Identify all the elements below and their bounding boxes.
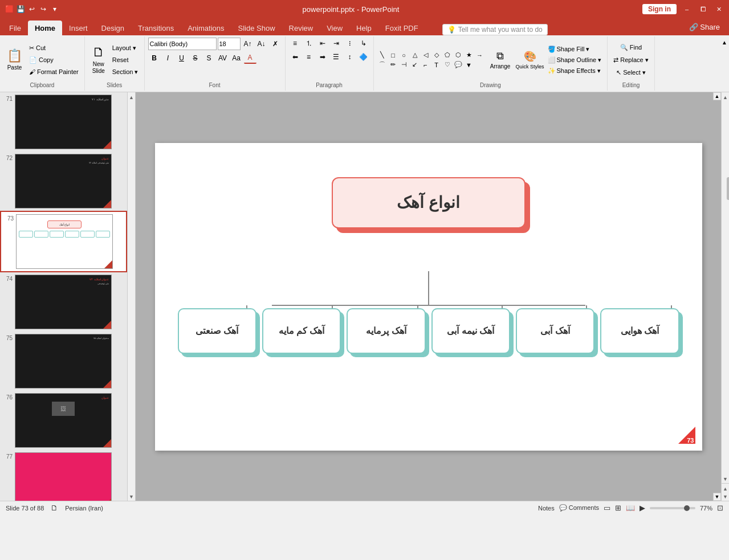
replace-button[interactable]: ⇄ Replace ▾ bbox=[611, 54, 650, 66]
char-spacing-button[interactable]: AV bbox=[217, 52, 229, 64]
sub-box-5[interactable]: آهک کم مایه bbox=[262, 308, 341, 354]
tab-design[interactable]: Design bbox=[95, 21, 131, 35]
tab-slideshow[interactable]: Slide Show bbox=[231, 21, 282, 35]
shape-hex[interactable]: ⬡ bbox=[453, 51, 463, 60]
select-button[interactable]: ↖ Select ▾ bbox=[614, 67, 648, 78]
tab-home[interactable]: Home bbox=[28, 21, 62, 35]
scroll-next-slide[interactable]: ▼ bbox=[722, 493, 730, 501]
shape-connector[interactable]: ⊣ bbox=[399, 60, 409, 70]
shape-heart[interactable]: ♡ bbox=[442, 60, 453, 70]
shape-callout[interactable]: 💬 bbox=[453, 60, 463, 70]
tab-transitions[interactable]: Transitions bbox=[131, 21, 181, 35]
align-left-button[interactable]: ⬅ bbox=[289, 51, 302, 63]
tab-animations[interactable]: Animations bbox=[181, 21, 231, 35]
shape-line[interactable]: ╲ bbox=[377, 51, 388, 60]
reading-view-icon[interactable]: 📖 bbox=[626, 504, 635, 512]
slide-item-71[interactable]: 71 متن اسلاید ۷۱ bbox=[0, 92, 127, 152]
italic-button[interactable]: I bbox=[162, 52, 174, 64]
strikethrough-button[interactable]: S bbox=[189, 52, 202, 64]
new-slide-button[interactable]: 🗋 NewSlide bbox=[88, 44, 109, 76]
shape-circle[interactable]: ○ bbox=[399, 51, 409, 60]
columns-button[interactable]: ⫶ bbox=[344, 38, 356, 49]
shadow-button[interactable]: S bbox=[203, 52, 215, 64]
zoom-slider[interactable] bbox=[650, 507, 695, 509]
customize-quick-access-icon[interactable]: ▾ bbox=[50, 5, 59, 14]
notes-button[interactable]: Notes bbox=[538, 505, 555, 512]
align-right-button[interactable]: ➡ bbox=[316, 51, 329, 63]
save-icon[interactable]: 💾 bbox=[16, 5, 25, 14]
font-size-input[interactable] bbox=[218, 38, 241, 50]
zoom-thumb[interactable] bbox=[684, 505, 690, 511]
minimize-button[interactable]: – bbox=[681, 3, 693, 15]
find-button[interactable]: 🔍 Find bbox=[618, 42, 644, 53]
shape-triangle[interactable]: △ bbox=[410, 51, 420, 60]
clear-format-btn[interactable]: ✗ bbox=[269, 38, 282, 50]
bullets-button[interactable]: ≡ bbox=[289, 38, 302, 49]
bold-button[interactable]: B bbox=[148, 52, 161, 64]
sub-box-1[interactable]: آهک هوایی bbox=[600, 308, 679, 354]
line-spacing-button[interactable]: ↕ bbox=[344, 51, 356, 63]
section-button[interactable]: Section ▾ bbox=[110, 66, 141, 77]
undo-icon[interactable]: ↩ bbox=[27, 5, 36, 14]
slide-item-73[interactable]: 73 انواع آهک bbox=[0, 211, 127, 272]
convert-to-smartart-button[interactable]: 🔷 bbox=[357, 51, 370, 63]
justify-button[interactable]: ☰ bbox=[330, 51, 343, 63]
quick-styles-button[interactable]: 🎨 Quick Styles bbox=[516, 44, 544, 76]
tab-foxit[interactable]: Foxit PDF bbox=[378, 21, 425, 35]
align-center-button[interactable]: ≡ bbox=[303, 51, 315, 63]
underline-button[interactable]: U bbox=[176, 52, 188, 64]
slide-item-76[interactable]: 76 عنوان 🖼 bbox=[0, 391, 127, 450]
slide-layout-icon[interactable]: 🗋 bbox=[51, 504, 58, 512]
shape-elbow[interactable]: ⌐ bbox=[421, 60, 431, 70]
shape-curve[interactable]: ⌒ bbox=[377, 60, 388, 70]
comments-button[interactable]: 💬 Comments bbox=[559, 504, 599, 512]
decrease-indent-button[interactable]: ⇤ bbox=[316, 38, 329, 49]
fit-to-window-icon[interactable]: ⊡ bbox=[717, 504, 723, 512]
slide-canvas[interactable]: انواع آهک bbox=[155, 143, 702, 451]
shape-effects-button[interactable]: ✨ Shape Effects ▾ bbox=[545, 66, 604, 76]
scroll-up-button[interactable]: ▲ bbox=[722, 93, 730, 101]
normal-view-icon[interactable]: ▭ bbox=[604, 504, 610, 512]
canvas-scroll-down[interactable]: ▼ bbox=[713, 493, 721, 501]
change-case-button[interactable]: Aa bbox=[230, 52, 243, 64]
sign-in-button[interactable]: Sign in bbox=[642, 4, 677, 14]
shape-textbox[interactable]: T bbox=[431, 60, 442, 70]
shape-fill-button[interactable]: 🪣 Shape Fill ▾ bbox=[545, 44, 604, 54]
slide-item-75[interactable]: 75 محتوای اسلاید ۷۵ bbox=[0, 332, 127, 391]
paste-button[interactable]: 📋 Paste bbox=[3, 44, 26, 76]
slide-item-74[interactable]: 74 عنوان اسلاید ۷۴ متن توضیحی bbox=[0, 272, 127, 332]
shape-rtriangle[interactable]: ◁ bbox=[421, 51, 431, 60]
shape-freeform[interactable]: ✏ bbox=[388, 60, 398, 70]
scroll-down-button[interactable]: ▼ bbox=[722, 475, 730, 483]
shape-more[interactable]: ▼ bbox=[464, 60, 474, 70]
canvas-scroll-up[interactable]: ▲ bbox=[713, 92, 721, 100]
cut-button[interactable]: ✂ Cut bbox=[27, 42, 81, 54]
restore-button[interactable]: ⧠ bbox=[697, 3, 708, 15]
tab-insert[interactable]: Insert bbox=[62, 21, 95, 35]
shape-arrow[interactable]: → bbox=[475, 51, 485, 60]
font-name-input[interactable] bbox=[148, 38, 217, 50]
slide-item-72[interactable]: 72 عنوان متن توضیحی اسلاید ۷۲ bbox=[0, 152, 127, 211]
slideshow-icon[interactable]: ▶ bbox=[640, 504, 645, 512]
main-title-box[interactable]: انواع آهک bbox=[332, 177, 526, 228]
decrease-font-btn[interactable]: A↓ bbox=[255, 38, 268, 50]
numbering-button[interactable]: ⒈ bbox=[303, 38, 315, 49]
redo-icon[interactable]: ↪ bbox=[39, 5, 48, 14]
layout-button[interactable]: Layout ▾ bbox=[110, 42, 141, 54]
tab-view[interactable]: View bbox=[320, 21, 349, 35]
shape-bend[interactable]: ↙ bbox=[410, 60, 420, 70]
format-painter-button[interactable]: 🖌 Format Painter bbox=[27, 66, 81, 77]
slide-item-77[interactable]: 77 bbox=[0, 450, 127, 501]
slide-sorter-icon[interactable]: ⊞ bbox=[615, 504, 621, 512]
scroll-thumb[interactable] bbox=[727, 177, 730, 200]
tab-file[interactable]: File bbox=[2, 21, 28, 35]
shape-outline-button[interactable]: ⬜ Shape Outline ▾ bbox=[545, 55, 604, 65]
tab-help[interactable]: Help bbox=[349, 21, 378, 35]
share-button[interactable]: 🔗 Share bbox=[682, 19, 727, 34]
shape-diamond[interactable]: ◇ bbox=[431, 51, 442, 60]
panel-scroll-up[interactable]: ▲ bbox=[128, 93, 136, 101]
sub-box-6[interactable]: آهک صنعتی bbox=[178, 308, 256, 354]
scroll-prev-slide[interactable]: ▲ bbox=[722, 485, 730, 493]
tell-me-box[interactable]: 💡 Tell me what you want to do bbox=[442, 24, 548, 35]
sub-box-2[interactable]: آهک آبی bbox=[516, 308, 594, 354]
